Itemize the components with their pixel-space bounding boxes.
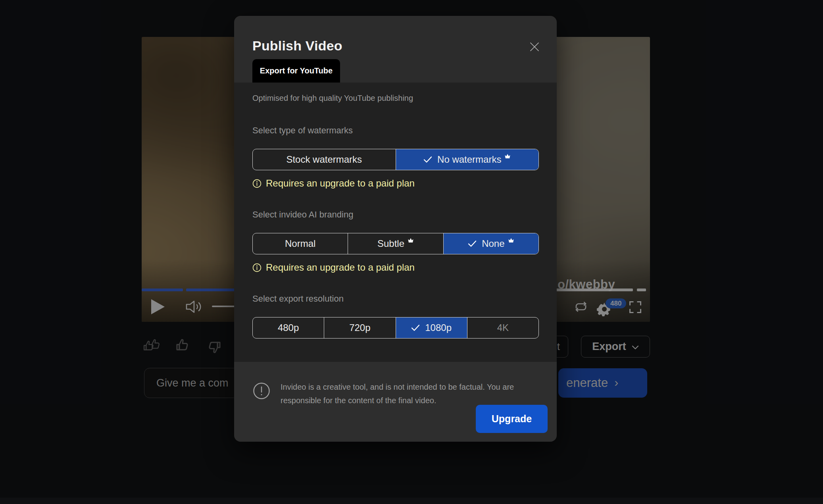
close-button[interactable]: [527, 39, 542, 55]
segmented-select-export-resolution: 480p720p1080p4K: [252, 317, 539, 339]
check-icon: [423, 156, 432, 163]
option-label: 1080p: [425, 322, 452, 333]
segmented-select-type-of-watermarks: Stock watermarksNo watermarks: [252, 149, 539, 170]
option-480p[interactable]: 480p: [253, 317, 324, 338]
section-select-invideo-ai-branding: Select invideo AI brandingNormalSubtleNo…: [252, 210, 539, 273]
info-icon: [252, 263, 262, 272]
option-label: No watermarks: [437, 154, 501, 165]
option-label: Stock watermarks: [286, 154, 362, 165]
tab-export-for-youtube[interactable]: Export for YouTube: [252, 59, 340, 83]
modal-body: Optimised for high quality YouTube publi…: [234, 83, 557, 362]
section-label: Select invideo AI branding: [252, 210, 539, 220]
crown-icon: [408, 237, 414, 243]
segmented-select-invideo-ai-branding: NormalSubtleNone: [252, 233, 539, 254]
option-label: Subtle: [377, 238, 404, 249]
option-label: None: [482, 238, 504, 249]
modal-footer: Invideo is a creative tool, and is not i…: [234, 362, 557, 442]
section-select-type-of-watermarks: Select type of watermarksStock watermark…: [252, 125, 539, 189]
close-icon: [529, 41, 540, 53]
section-select-export-resolution: Select export resolution480p720p1080p4K: [252, 294, 539, 339]
premium-note: Requires an upgrade to a paid plan: [252, 262, 539, 273]
option-none[interactable]: None: [443, 233, 538, 254]
alert-circle-icon: [252, 382, 271, 442]
modal-subtitle: Optimised for high quality YouTube publi…: [252, 94, 539, 103]
option-4k[interactable]: 4K: [467, 317, 538, 338]
modal-header: Publish Video Export for YouTube: [234, 16, 557, 83]
option-720p[interactable]: 720p: [324, 317, 395, 338]
option-stock-watermarks[interactable]: Stock watermarks: [253, 149, 396, 170]
option-no-watermarks[interactable]: No watermarks: [396, 149, 539, 170]
premium-note-text: Requires an upgrade to a paid plan: [266, 262, 415, 273]
check-icon: [468, 240, 477, 247]
option-normal[interactable]: Normal: [253, 233, 348, 254]
check-icon: [411, 324, 420, 331]
section-label: Select type of watermarks: [252, 125, 539, 136]
option-label: 720p: [349, 322, 370, 333]
option-label: 4K: [497, 322, 509, 333]
upgrade-button[interactable]: Upgrade: [476, 405, 548, 433]
option-label: Normal: [285, 238, 315, 249]
premium-note-text: Requires an upgrade to a paid plan: [266, 178, 415, 189]
app-background: o/kwebby 480: [0, 0, 823, 504]
publish-video-modal: Publish Video Export for YouTube Optimis…: [234, 16, 557, 442]
section-label: Select export resolution: [252, 294, 539, 304]
crown-icon: [508, 237, 514, 243]
info-icon: [252, 179, 262, 188]
option-1080p[interactable]: 1080p: [396, 317, 467, 338]
modal-title: Publish Video: [252, 38, 342, 54]
crown-icon: [504, 153, 511, 159]
option-label: 480p: [278, 322, 299, 333]
option-subtle[interactable]: Subtle: [348, 233, 443, 254]
premium-note: Requires an upgrade to a paid plan: [252, 178, 539, 189]
